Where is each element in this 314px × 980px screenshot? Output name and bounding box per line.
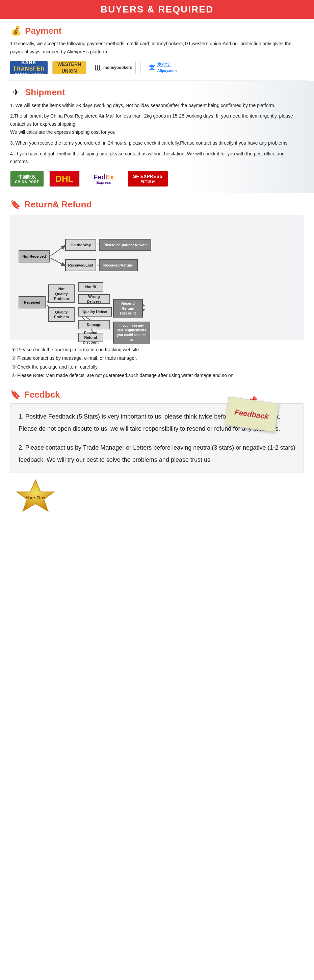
shipment-section: ✈ Shipment 1. We will sent the items wit… — [0, 81, 314, 193]
feedback-note-card: Feedback — [225, 396, 279, 432]
payment-section: 💰 Payment 1.Generally, we accept the fol… — [0, 19, 314, 80]
feedback-note-wrapper: 📌 Feedback — [226, 400, 277, 430]
notes-list: ① Please check the tracking in formation… — [10, 345, 304, 380]
payment-heading: Payment — [25, 25, 62, 36]
shipping-logos: 中国邮政 CHINA POST DHL FedEx Express SF EXP… — [10, 170, 304, 187]
sf-express-logo: SF EXPRESS 顺丰速运 — [128, 170, 168, 187]
gold-star-svg: Your Text — [10, 478, 61, 512]
payment-title-row: 💰 Payment — [10, 25, 304, 37]
fc-patient-wait: Please be patient to wait — [99, 239, 151, 251]
shipment-heading: Shipment — [25, 87, 65, 98]
shipment-point-1: 1. We will sent the items within 2-5days… — [10, 102, 304, 110]
flowchart-area: Not Received On the Way Please be patien… — [12, 222, 302, 333]
shipment-point-2: 2.The shipment by China Post Registered … — [10, 112, 304, 136]
page-header: BUYERS & REQUIRED — [0, 0, 314, 19]
fc-received: Received — [19, 296, 46, 309]
svg-line-0 — [51, 246, 65, 256]
fc-received-refund: Received/Refund — [99, 259, 138, 271]
feedback-heading: Feedbck — [24, 390, 60, 400]
gold-badge-wrapper: Your Text — [10, 478, 64, 515]
fc-not-quality: NotQualityProblem — [48, 285, 75, 303]
feedback-icon: 🔖 — [10, 390, 21, 400]
fc-color-diff: Quality Defect — [78, 307, 112, 317]
bank-transfer-logo: BANK TRANSFER INTERNATIONAL — [10, 61, 48, 74]
note-1: ① Please check the tracking in formation… — [10, 345, 304, 354]
fc-quality-defect: Damage — [78, 320, 110, 329]
shipment-icon: ✈ — [10, 87, 22, 98]
fc-on-the-way: On the Way — [65, 239, 96, 251]
alipay-logo: 支 支付宝Alipay.com — [140, 61, 184, 74]
fc-resend-refund: ResendRefundDiscount — [113, 299, 143, 318]
fedex-logo: FedEx Express — [85, 170, 122, 187]
feedback-note: 📌 Feedback — [225, 398, 278, 432]
feedback-paragraph-2: 2. Please contact us by Trade Manager or… — [19, 442, 295, 466]
shipment-point-4: 4. If you have not got it within the shi… — [10, 150, 304, 166]
feedback-title-row: 🔖 Feedbck — [10, 390, 304, 400]
note-2: ② Please contact us by meesage, e-mail, … — [10, 354, 304, 363]
payment-description: 1.Generally, we accept the following pay… — [10, 40, 304, 56]
moneybookers-logo: ((( moneybookers — [91, 61, 136, 74]
fc-else-req: If you have any else requirements you co… — [113, 321, 150, 344]
shipment-title-row: ✈ Shipment — [10, 87, 304, 98]
western-union-logo: WESTERN UNION — [52, 61, 86, 74]
note-4: ④ Please Note: Men made defects are not … — [10, 371, 304, 380]
payment-logos: BANK TRANSFER INTERNATIONAL WESTERN UNIO… — [10, 61, 304, 74]
fc-not-received: Not Received — [19, 250, 50, 262]
return-title-row: 🔖 Return& Refund — [10, 199, 304, 210]
payment-icon: 💰 — [10, 25, 22, 37]
feedback-note-label: Feedback — [234, 407, 269, 421]
fc-received-lost: Received/Lost — [65, 259, 96, 271]
dhl-logo: DHL — [49, 170, 80, 187]
fc-wrong-delivery: Wrong Delivery — [78, 294, 110, 304]
return-icon: 🔖 — [10, 199, 21, 210]
return-heading: Return& Refund — [24, 199, 92, 210]
fc-not-fit: Not fit — [78, 282, 103, 291]
note-3: ③ Check the package and Item, carefully. — [10, 363, 304, 371]
svg-text:Your Text: Your Text — [26, 495, 46, 500]
shipment-point-3: 3. When you receive the items you ordere… — [10, 139, 304, 147]
svg-line-2 — [51, 258, 65, 266]
page-title: BUYERS & REQUIRED — [0, 4, 314, 15]
feedback-section: 🔖 Feedbck 📌 Feedback 1. Positive Feedbac… — [0, 386, 314, 522]
fc-damage: Resend Refund Discount — [78, 333, 103, 342]
chinapost-logo: 中国邮政 CHINA POST — [10, 170, 44, 187]
fc-quality-problem: QualityProblem — [48, 307, 75, 322]
feedback-wrapper: 📌 Feedback 1. Positive Feedback (5 Stars… — [10, 403, 304, 473]
return-refund-section: 🔖 Return& Refund — [0, 193, 314, 386]
flowchart-container: Not Received On the Way Please be patien… — [10, 215, 304, 340]
